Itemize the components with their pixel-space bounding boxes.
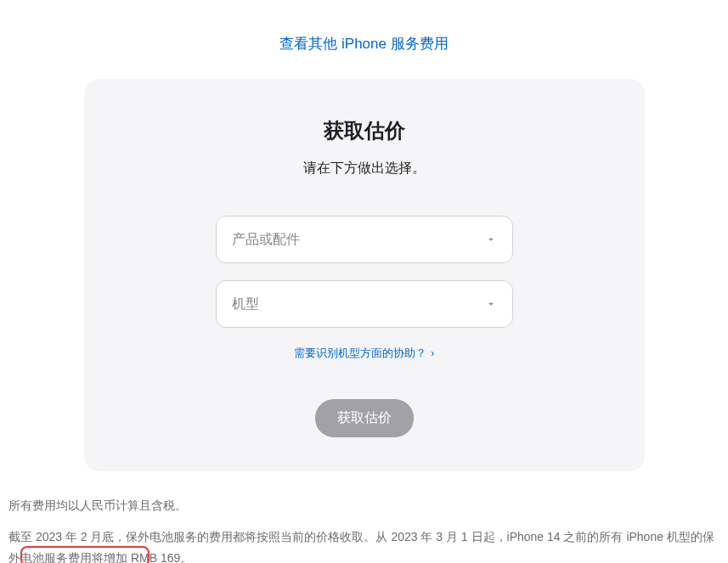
product-select-placeholder: 产品或配件	[232, 231, 300, 249]
other-services-link[interactable]: 查看其他 iPhone 服务费用	[279, 36, 448, 52]
identify-model-help-link[interactable]: 需要识别机型方面的协助？ ›	[294, 346, 435, 359]
footer-text: 所有费用均以人民币计算且含税。 截至 2023 年 2 月底，保外电池服务的费用…	[8, 495, 720, 563]
model-select[interactable]: 机型	[216, 280, 513, 328]
footer-line-1: 所有费用均以人民币计算且含税。	[8, 495, 720, 516]
get-estimate-button[interactable]: 获取估价	[315, 399, 414, 437]
estimate-card: 获取估价 请在下方做出选择。 产品或配件 机型 需要识别机型方面的协助？ › 获…	[84, 79, 645, 471]
chevron-right-icon: ›	[431, 347, 434, 359]
card-title: 获取估价	[118, 117, 611, 144]
help-link-label: 需要识别机型方面的协助？	[294, 346, 426, 359]
model-select-placeholder: 机型	[232, 296, 259, 313]
card-subtitle: 请在下方做出选择。	[118, 160, 611, 177]
chevron-down-icon	[485, 234, 497, 245]
product-select[interactable]: 产品或配件	[216, 216, 513, 263]
footer-line-2: 截至 2023 年 2 月底，保外电池服务的费用都将按照当前的价格收取。从 20…	[8, 526, 720, 563]
chevron-down-icon	[485, 298, 497, 310]
